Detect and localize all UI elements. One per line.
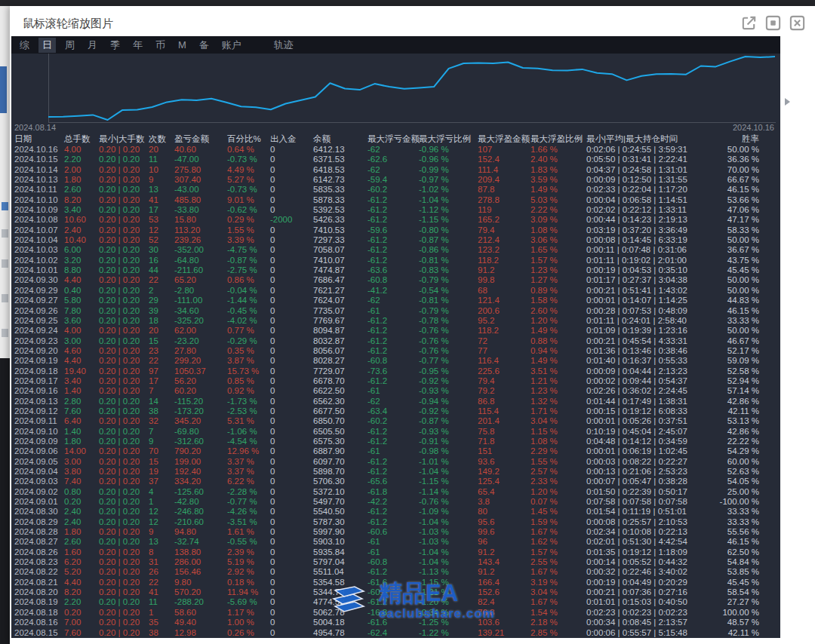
open-in-new-window-icon[interactable]	[740, 14, 758, 32]
chart-end-date-label: 2024.10.16	[733, 123, 774, 132]
dialog-title: 鼠标滚轮缩放图片	[23, 17, 113, 31]
underlying-page-fragment	[2, 259, 8, 268]
cell-date: 2024.09.19	[14, 356, 64, 366]
cell-max-float-loss-pct: -1.15 %	[419, 578, 478, 587]
cell-max-float-profit: 152.6	[478, 587, 531, 597]
cell-hold-time: 0:01:36 | 0:13:46 | 0:38:46	[586, 346, 715, 356]
cell-max-float-profit-pct: 2.60 %	[531, 306, 586, 316]
cell-max-float-loss-pct: -0.76 %	[419, 346, 478, 356]
cell-min-max-lots: 0.20 | 0.20	[99, 235, 149, 245]
cell-max-float-profit-pct: 1.20 %	[531, 487, 586, 497]
cell-date: 2024.09.10	[14, 427, 64, 437]
cell-balance: 7769.67	[313, 316, 368, 326]
cell-deposit: 0	[270, 306, 313, 316]
cell-max-float-profit-pct: 1.67 %	[531, 567, 586, 577]
cell-max-float-loss: -61.2	[368, 326, 419, 336]
cell-max-float-profit: 72	[478, 336, 531, 346]
cell-profit: -47.00	[174, 155, 227, 164]
cell-trades: 8	[149, 547, 174, 557]
cell-date: 2024.10.02	[14, 256, 64, 265]
cell-max-float-loss: -61.2	[368, 376, 419, 386]
cell-max-float-loss: -61	[368, 446, 419, 456]
cell-max-float-profit-pct: 1.21 %	[531, 376, 586, 386]
cell-max-float-profit: 149.2	[478, 467, 531, 477]
cell-max-float-loss-pct: -0.78 %	[419, 316, 478, 326]
cell-lots: 8.80	[64, 265, 99, 275]
chart-start-date-label: 2024.08.14	[14, 123, 56, 132]
cell-percent: 2.92 %	[227, 567, 270, 577]
tab-M: M	[174, 38, 190, 51]
close-icon[interactable]	[789, 14, 806, 32]
cell-max-float-loss-pct: -0.77 %	[419, 356, 478, 366]
cell-max-float-loss: -63.6	[368, 265, 419, 275]
cell-max-float-loss: -61.2	[368, 437, 419, 446]
cell-trades: 18	[149, 316, 174, 326]
cell-min-max-lots: 0.20 | 0.20	[99, 306, 149, 316]
cell-win-rate: 46.15 %	[715, 185, 761, 195]
panel-resize-handle[interactable]	[785, 98, 790, 106]
cell-balance: 4774.58	[313, 597, 368, 607]
cell-trades: 22	[149, 275, 174, 285]
cell-max-float-profit: 93.6	[478, 457, 531, 467]
cell-deposit: 0	[270, 185, 313, 195]
cell-max-float-loss-pct: -0.86 %	[419, 245, 478, 255]
cell-win-rate: 42.86 %	[715, 397, 761, 406]
cell-max-float-profit-pct: 1.45 %	[531, 507, 586, 517]
cell-lots: 10.60	[64, 215, 99, 225]
cell-min-max-lots: 0.20 | 0.20	[99, 225, 149, 235]
cell-lots: 4.00	[64, 326, 99, 336]
cell-max-float-loss: -61	[368, 547, 419, 557]
header-hold-time: 最小|平均|最大持仓时间	[586, 133, 715, 145]
cell-max-float-profit: 121.4	[478, 296, 531, 305]
cell-max-float-profit: 79.4	[478, 225, 531, 235]
cell-max-float-loss: -41.2	[368, 286, 419, 296]
cell-balance: 8028.27	[313, 356, 368, 366]
cell-max-float-loss: -62	[368, 145, 419, 155]
cell-hold-time: 0:01:11 | 0:24:01 | 2:58:40	[586, 316, 715, 326]
cell-percent: -1.06 %	[227, 427, 270, 437]
cell-profit: -211.60	[174, 265, 227, 275]
cell-lots: 2.60	[64, 537, 99, 547]
cell-max-float-loss: -61.8	[368, 487, 419, 497]
cell-lots: 4.60	[64, 346, 99, 356]
cell-lots: 4.00	[64, 145, 99, 155]
cell-deposit: 0	[270, 326, 313, 336]
cell-profit: -33.80	[174, 205, 227, 215]
cell-profit: -64.80	[174, 256, 227, 265]
cell-date: 2024.08.29	[14, 517, 64, 527]
cell-hold-time: 0:01:40 | 0:16:37 | 0:55:33	[586, 356, 715, 366]
cell-min-max-lots: 0.20 | 0.20	[99, 275, 149, 285]
cell-trades: 22	[149, 356, 174, 366]
cell-hold-time: 0:00:21 | 0:51:41 | 1:43:02	[586, 286, 715, 296]
cell-trades: 23	[149, 346, 174, 356]
cell-trades: 19	[149, 467, 174, 477]
maximize-icon[interactable]	[764, 14, 782, 32]
cell-max-float-loss-pct: -1.15 %	[419, 215, 478, 225]
cell-max-float-loss: -73.6	[368, 366, 419, 376]
cell-trades: 12	[149, 517, 174, 527]
cell-win-rate: 62.50 %	[715, 547, 761, 557]
table-row: 2024.10.0410.400.20 | 0.2052239.263.39 %…	[11, 235, 780, 245]
cell-balance: 6887.90	[313, 446, 368, 456]
table-row: 2024.08.261.600.20 | 0.208138.802.39 %05…	[11, 547, 780, 557]
cell-max-float-loss-pct: -0.93 %	[419, 427, 478, 437]
report-image-panel[interactable]: 综日周月季年币M备账户轨迹 2024.08.14 2024.10.16 日期总手…	[11, 36, 780, 638]
cell-deposit: 0	[270, 275, 313, 285]
cell-win-rate: 54.05 %	[715, 477, 761, 486]
table-row: 2024.09.132.800.20 | 0.2014-115.20-1.73 …	[11, 397, 780, 406]
cell-deposit: 0	[270, 427, 313, 437]
cell-percent: 5.31 %	[227, 416, 270, 426]
cell-profit: 40.60	[174, 145, 227, 155]
cell-percent: 1.61 %	[227, 527, 270, 537]
cell-percent: -5.69 %	[227, 597, 270, 607]
cell-profit: -125.60	[174, 487, 227, 497]
table-row: 2024.08.157.600.20 | 0.203812.980.26 %04…	[11, 628, 780, 638]
cell-max-float-loss-pct: -0.94 %	[419, 397, 478, 406]
cell-profit: 49.40	[174, 618, 227, 627]
cell-trades: 7	[149, 386, 174, 396]
cell-deposit: 0	[270, 507, 313, 517]
cell-date: 2024.09.01	[14, 497, 64, 507]
cell-lots: 3.80	[64, 467, 99, 477]
table-row: 2024.09.244.000.20 | 0.202062.000.77 %08…	[11, 326, 780, 336]
cell-min-max-lots: 0.20 | 0.20	[99, 537, 149, 547]
